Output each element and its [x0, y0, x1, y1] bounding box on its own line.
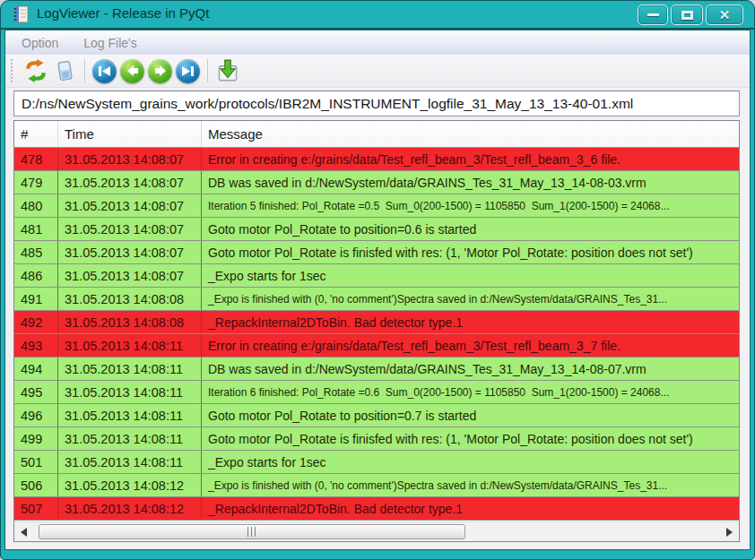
export-button[interactable]: [214, 57, 241, 84]
row-message-cell[interactable]: Goto motor Pol_Rotate to position=0.6 is…: [202, 218, 739, 240]
go-previous-button[interactable]: [120, 59, 144, 83]
row-time-cell[interactable]: 31.05.2013 14:08:11: [58, 451, 202, 473]
menu-option[interactable]: Option: [22, 36, 58, 50]
table-row[interactable]: 49931.05.2013 14:08:11Goto motor Pol_Rot…: [14, 427, 739, 451]
row-message-cell[interactable]: Error in creating e:/grains/data/Test_re…: [202, 334, 739, 357]
row-number-cell[interactable]: 481: [14, 218, 58, 240]
refresh-icon: [24, 59, 48, 82]
row-number-cell[interactable]: 478: [14, 148, 58, 170]
row-number-cell[interactable]: 492: [14, 311, 58, 333]
row-number-cell[interactable]: 506: [14, 474, 58, 496]
go-first-button[interactable]: [92, 59, 117, 83]
row-number-cell[interactable]: 494: [14, 358, 58, 380]
menu-bar: Option Log File's: [5, 30, 750, 55]
scroll-right-button[interactable]: [720, 522, 738, 541]
row-time-cell[interactable]: 31.05.2013 14:08:08: [58, 288, 202, 310]
table-row[interactable]: 49131.05.2013 14:08:08_Expo is finished …: [14, 288, 739, 311]
header-number[interactable]: #: [14, 121, 58, 147]
table-header: # Time Message: [14, 121, 739, 148]
row-number-cell[interactable]: 501: [14, 451, 58, 473]
row-time-cell[interactable]: 31.05.2013 14:08:07: [58, 218, 202, 240]
row-number-cell[interactable]: 507: [14, 497, 58, 520]
header-message[interactable]: Message: [202, 121, 739, 147]
row-number-cell[interactable]: 499: [14, 427, 58, 450]
minimize-icon: [647, 13, 659, 16]
client-area: Option Log File's: [4, 30, 751, 550]
row-number-cell[interactable]: 496: [14, 404, 58, 426]
row-message-cell[interactable]: DB was saved in d:/NewSystem/data/GRAINS…: [202, 358, 739, 380]
refresh-button[interactable]: [22, 57, 49, 84]
row-time-cell[interactable]: 31.05.2013 14:08:07: [58, 194, 202, 217]
open-logfile-button[interactable]: [51, 57, 78, 84]
row-message-cell[interactable]: Goto motor Pol_Rotate is finisfed with r…: [202, 427, 739, 450]
row-message-cell[interactable]: _RepackInternal2DToBin. Bad detector typ…: [202, 497, 739, 520]
row-number-cell[interactable]: 486: [14, 264, 58, 287]
file-open-icon: [54, 59, 75, 82]
table-row[interactable]: 50631.05.2013 14:08:12_Expo is finished …: [14, 474, 739, 497]
row-time-cell[interactable]: 31.05.2013 14:08:11: [58, 334, 202, 357]
row-message-cell[interactable]: _Expo is finished with (0, 'no comment')…: [202, 288, 739, 310]
logfile-path-bar: D:/ns/NewSystem_grains_work/protocols/IB…: [13, 90, 740, 116]
row-time-cell[interactable]: 31.05.2013 14:08:07: [58, 241, 202, 263]
table-row[interactable]: 50131.05.2013 14:08:11_Expo starts for 1…: [14, 451, 739, 474]
row-time-cell[interactable]: 31.05.2013 14:08:12: [58, 474, 202, 496]
arrow-left-icon: [21, 528, 27, 537]
row-message-cell[interactable]: Iteration 5 finished: Pol_Rotate =0.5 Su…: [202, 194, 739, 217]
row-time-cell[interactable]: 31.05.2013 14:08:07: [58, 264, 202, 287]
row-time-cell[interactable]: 31.05.2013 14:08:11: [58, 404, 202, 426]
table-row[interactable]: 48031.05.2013 14:08:07Iteration 5 finish…: [14, 194, 739, 218]
row-message-cell[interactable]: DB was saved in d:/NewSystem/data/GRAINS…: [202, 171, 739, 194]
row-message-cell[interactable]: _Expo starts for 1sec: [202, 264, 739, 287]
toolbar-drag-handle[interactable]: [11, 59, 16, 82]
row-time-cell[interactable]: 31.05.2013 14:08:07: [58, 148, 202, 170]
toolbar-separator: [84, 59, 85, 82]
menu-log-files[interactable]: Log File's: [83, 36, 136, 50]
table-row[interactable]: 50731.05.2013 14:08:12_RepackInternal2DT…: [14, 497, 739, 521]
row-message-cell[interactable]: _Expo is finished with (0, 'no comment')…: [202, 474, 739, 496]
row-message-cell[interactable]: Goto motor Pol_Rotate to position=0.7 is…: [202, 404, 739, 426]
table-row[interactable]: 49231.05.2013 14:08:08_RepackInternal2DT…: [14, 311, 739, 334]
window-title: LogViewer - Release in PyQt: [37, 5, 209, 21]
row-message-cell[interactable]: _Expo starts for 1sec: [202, 451, 739, 473]
titlebar[interactable]: LogViewer - Release in PyQt ✕: [1, 1, 754, 28]
table-row[interactable]: 47831.05.2013 14:08:07Error in creating …: [14, 148, 739, 171]
horizontal-scrollbar[interactable]: [14, 521, 739, 541]
toolbar-separator: [207, 59, 208, 82]
table-row[interactable]: 49531.05.2013 14:08:11Iteration 6 finish…: [14, 381, 739, 404]
table-row[interactable]: 49331.05.2013 14:08:11Error in creating …: [14, 334, 739, 358]
minimize-button[interactable]: [638, 4, 668, 25]
table-row[interactable]: 48631.05.2013 14:08:07_Expo starts for 1…: [14, 264, 739, 288]
table-row[interactable]: 47931.05.2013 14:08:07DB was saved in d:…: [14, 171, 739, 194]
header-time[interactable]: Time: [58, 121, 202, 147]
row-time-cell[interactable]: 31.05.2013 14:08:11: [58, 358, 202, 380]
skip-to-start-icon: [99, 66, 110, 76]
row-message-cell[interactable]: _RepackInternal2DToBin. Bad detector typ…: [202, 311, 739, 333]
skip-to-end-icon: [182, 66, 194, 76]
row-message-cell[interactable]: Iteration 6 finished: Pol_Rotate =0.6 Su…: [202, 381, 739, 403]
table-row[interactable]: 49431.05.2013 14:08:11DB was saved in d:…: [14, 358, 739, 381]
row-number-cell[interactable]: 493: [14, 334, 58, 357]
table-row[interactable]: 48531.05.2013 14:08:07Goto motor Pol_Rot…: [14, 241, 739, 264]
row-time-cell[interactable]: 31.05.2013 14:08:07: [58, 171, 202, 194]
row-message-cell[interactable]: Goto motor Pol_Rotate is finisfed with r…: [202, 241, 739, 263]
table-row[interactable]: 49631.05.2013 14:08:11Goto motor Pol_Rot…: [14, 404, 739, 427]
row-number-cell[interactable]: 485: [14, 241, 58, 263]
row-number-cell[interactable]: 480: [14, 194, 58, 217]
row-number-cell[interactable]: 479: [14, 171, 58, 194]
maximize-button[interactable]: [671, 4, 703, 25]
row-time-cell[interactable]: 31.05.2013 14:08:08: [58, 311, 202, 333]
row-time-cell[interactable]: 31.05.2013 14:08:11: [58, 427, 202, 450]
logviewer-window: LogViewer - Release in PyQt ✕ Option Log…: [0, 0, 755, 560]
row-message-cell[interactable]: Error in creating e:/grains/data/Test_re…: [202, 148, 739, 170]
go-next-button[interactable]: [148, 59, 172, 83]
row-number-cell[interactable]: 495: [14, 381, 58, 403]
row-number-cell[interactable]: 491: [14, 288, 58, 310]
close-button[interactable]: ✕: [706, 4, 743, 25]
download-arrow-icon: [216, 59, 239, 82]
table-row[interactable]: 48131.05.2013 14:08:07Goto motor Pol_Rot…: [14, 218, 739, 241]
go-last-button[interactable]: [176, 59, 200, 83]
scroll-left-button[interactable]: [14, 522, 32, 541]
row-time-cell[interactable]: 31.05.2013 14:08:12: [58, 497, 202, 520]
row-time-cell[interactable]: 31.05.2013 14:08:11: [58, 381, 202, 403]
scrollbar-thumb[interactable]: [39, 524, 465, 539]
